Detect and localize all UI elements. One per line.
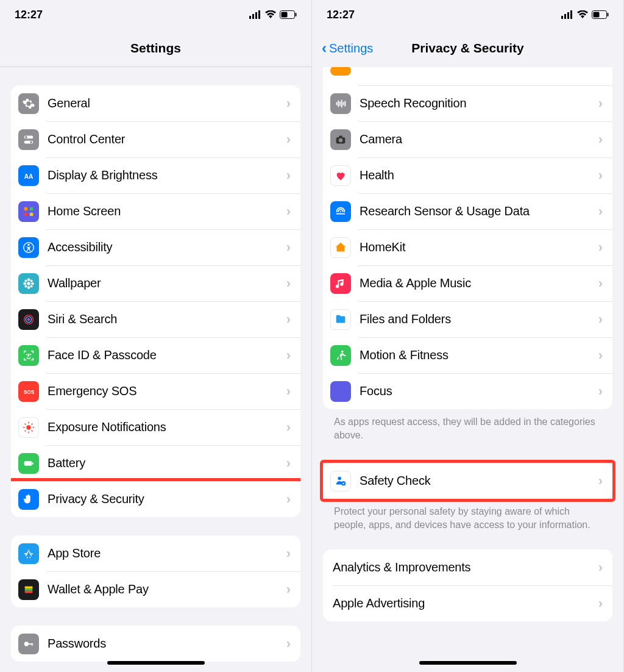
row-research[interactable]: Research Sensor & Usage Data › bbox=[323, 193, 612, 229]
svg-rect-6 bbox=[296, 13, 297, 16]
settings-content[interactable]: General › Control Center › AA Display & … bbox=[0, 67, 311, 672]
safety-group: Safety Check › bbox=[323, 463, 612, 499]
svg-point-20 bbox=[27, 286, 30, 289]
row-label: HomeKit bbox=[360, 240, 598, 254]
row-media-music[interactable]: Media & Apple Music › bbox=[323, 265, 612, 301]
home-indicator[interactable] bbox=[107, 661, 205, 665]
row-control-center[interactable]: Control Center › bbox=[11, 121, 300, 157]
row-wallet[interactable]: Wallet & Apple Pay › bbox=[11, 571, 300, 607]
row-privacy-security[interactable]: Privacy & Security › bbox=[11, 481, 300, 517]
settings-screen: 12:27 Settings General › Control Center … bbox=[0, 0, 312, 672]
row-label: Health bbox=[360, 168, 598, 182]
row-focus[interactable]: Focus › bbox=[323, 373, 612, 409]
wifi-icon bbox=[577, 10, 588, 19]
chevron-right-icon: › bbox=[286, 582, 291, 598]
exposure-icon bbox=[18, 417, 39, 438]
row-speech-recognition[interactable]: Speech Recognition › bbox=[323, 85, 612, 121]
face-id-icon bbox=[18, 345, 39, 366]
row-camera[interactable]: Camera › bbox=[323, 121, 612, 157]
chevron-right-icon: › bbox=[286, 491, 291, 507]
row-wallpaper[interactable]: Wallpaper › bbox=[11, 265, 300, 301]
row-analytics[interactable]: Analytics & Improvements › bbox=[323, 549, 612, 585]
chevron-right-icon: › bbox=[598, 132, 603, 148]
back-button[interactable]: ‹ Settings bbox=[322, 40, 373, 57]
svg-line-41 bbox=[32, 423, 33, 424]
row-partial[interactable] bbox=[323, 67, 612, 85]
row-label: Privacy & Security bbox=[48, 492, 286, 506]
research-icon bbox=[330, 201, 351, 222]
row-label: General bbox=[48, 96, 286, 110]
row-label: Motion & Fitness bbox=[360, 348, 598, 362]
person-shield-icon bbox=[330, 471, 351, 491]
row-exposure-notifications[interactable]: Exposure Notifications › bbox=[11, 409, 300, 445]
chevron-right-icon: › bbox=[598, 240, 603, 256]
nav-header: ‹ Settings Privacy & Security bbox=[312, 29, 623, 67]
row-emergency-sos[interactable]: SOS Emergency SOS › bbox=[11, 373, 300, 409]
settings-group-1: General › Control Center › AA Display & … bbox=[11, 85, 300, 517]
row-siri-search[interactable]: Siri & Search › bbox=[11, 301, 300, 337]
svg-point-31 bbox=[30, 354, 30, 354]
svg-rect-5 bbox=[282, 12, 288, 18]
nav-title: Settings bbox=[130, 41, 181, 55]
battery-icon bbox=[18, 453, 39, 474]
nav-title: Privacy & Security bbox=[411, 41, 523, 55]
svg-point-67 bbox=[338, 476, 341, 480]
row-safety-check[interactable]: Safety Check › bbox=[323, 463, 612, 499]
svg-line-39 bbox=[32, 430, 33, 431]
svg-rect-15 bbox=[30, 212, 34, 216]
svg-rect-44 bbox=[25, 586, 33, 588]
row-motion-fitness[interactable]: Motion & Fitness › bbox=[323, 337, 612, 373]
row-label: Passwords bbox=[48, 637, 286, 651]
chevron-right-icon: › bbox=[598, 560, 603, 576]
home-indicator[interactable] bbox=[419, 661, 517, 665]
row-home-screen[interactable]: Home Screen › bbox=[11, 193, 300, 229]
svg-point-65 bbox=[339, 138, 342, 141]
row-label: Siri & Search bbox=[48, 312, 286, 326]
chevron-right-icon: › bbox=[286, 204, 291, 220]
highlight-privacy: Privacy & Security › bbox=[11, 478, 300, 517]
row-passwords[interactable]: Passwords › bbox=[11, 626, 300, 662]
svg-rect-55 bbox=[594, 12, 600, 18]
cellular-icon bbox=[249, 10, 261, 19]
row-health[interactable]: Health › bbox=[323, 157, 612, 193]
chevron-right-icon: › bbox=[598, 348, 603, 363]
row-files-folders[interactable]: Files and Folders › bbox=[323, 301, 612, 337]
sos-icon: SOS bbox=[18, 381, 39, 402]
svg-rect-3 bbox=[258, 10, 260, 19]
running-icon bbox=[330, 345, 351, 366]
svg-rect-52 bbox=[567, 12, 569, 19]
svg-text:SOS: SOS bbox=[24, 389, 35, 395]
row-label: Safety Check bbox=[360, 474, 598, 488]
chevron-right-icon: › bbox=[598, 384, 603, 399]
row-accessibility[interactable]: Accessibility › bbox=[11, 229, 300, 265]
partial-icon bbox=[330, 67, 351, 76]
chevron-right-icon: › bbox=[286, 276, 291, 291]
chevron-right-icon: › bbox=[286, 240, 291, 256]
cellular-icon bbox=[561, 10, 573, 19]
status-time: 12:27 bbox=[15, 9, 43, 21]
appstore-icon bbox=[18, 543, 39, 564]
row-label: Home Screen bbox=[48, 204, 286, 218]
privacy-content[interactable]: Speech Recognition › Camera › Health › R… bbox=[312, 67, 623, 672]
svg-rect-49 bbox=[32, 643, 33, 646]
svg-point-18 bbox=[27, 282, 30, 285]
siri-icon bbox=[18, 309, 39, 330]
heart-icon bbox=[330, 165, 351, 186]
row-label: Emergency SOS bbox=[48, 384, 286, 398]
nav-header: Settings bbox=[0, 29, 311, 67]
folder-icon bbox=[330, 309, 351, 330]
row-homekit[interactable]: HomeKit › bbox=[323, 229, 612, 265]
settings-group-3: Passwords › bbox=[11, 626, 300, 662]
row-general[interactable]: General › bbox=[11, 85, 300, 121]
moon-icon bbox=[330, 381, 351, 402]
chevron-right-icon: › bbox=[286, 636, 291, 652]
row-advertising[interactable]: Apple Advertising › bbox=[323, 585, 612, 621]
row-battery[interactable]: Battery › bbox=[11, 445, 300, 481]
svg-rect-45 bbox=[25, 588, 33, 591]
row-app-store[interactable]: App Store › bbox=[11, 535, 300, 571]
row-label: Exposure Notifications bbox=[48, 420, 286, 434]
row-display-brightness[interactable]: AA Display & Brightness › bbox=[11, 157, 300, 193]
row-face-id[interactable]: Face ID & Passcode › bbox=[11, 337, 300, 373]
privacy-group-3: Analytics & Improvements › Apple Adverti… bbox=[323, 549, 612, 621]
wallet-icon bbox=[18, 579, 39, 600]
